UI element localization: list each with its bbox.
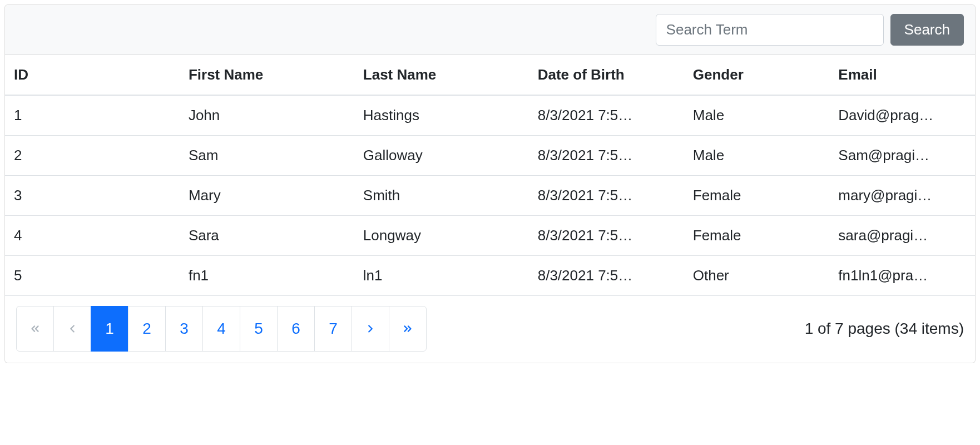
- column-header-last-name[interactable]: Last Name: [354, 55, 529, 95]
- search-button[interactable]: Search: [890, 14, 964, 46]
- cell-dob: 8/3/2021 7:5…: [529, 216, 684, 256]
- cell-last-name: Longway: [354, 216, 529, 256]
- cell-dob: 8/3/2021 7:5…: [529, 136, 684, 176]
- table-row[interactable]: 4 Sara Longway 8/3/2021 7:5… Female sara…: [5, 216, 975, 256]
- cell-email: David@prag…: [829, 95, 975, 136]
- chevron-double-left-icon: [29, 323, 41, 335]
- data-card: Search ID First Name Last Name Date of B…: [4, 4, 976, 363]
- cell-first-name: Sam: [180, 136, 354, 176]
- cell-dob: 8/3/2021 7:5…: [529, 95, 684, 136]
- cell-last-name: Hastings: [354, 95, 529, 136]
- cell-id: 5: [5, 256, 180, 296]
- cell-last-name: Galloway: [354, 136, 529, 176]
- cell-first-name: fn1: [180, 256, 354, 296]
- column-header-id[interactable]: ID: [5, 55, 180, 95]
- page-next-button[interactable]: [352, 306, 389, 352]
- cell-last-name: Smith: [354, 176, 529, 216]
- card-footer: 1 2 3 4 5 6 7 1 of 7: [5, 295, 975, 363]
- column-header-dob[interactable]: Date of Birth: [529, 55, 684, 95]
- page-number-button[interactable]: 6: [277, 306, 315, 352]
- chevron-right-icon: [364, 323, 377, 335]
- table-row[interactable]: 2 Sam Galloway 8/3/2021 7:5… Male Sam@pr…: [5, 136, 975, 176]
- page-number-button[interactable]: 1: [91, 306, 128, 352]
- cell-id: 3: [5, 176, 180, 216]
- cell-first-name: Mary: [180, 176, 354, 216]
- cell-email: mary@pragi…: [829, 176, 975, 216]
- card-header: Search: [5, 5, 975, 55]
- cell-last-name: ln1: [354, 256, 529, 296]
- table-row[interactable]: 3 Mary Smith 8/3/2021 7:5… Female mary@p…: [5, 176, 975, 216]
- page-number-button[interactable]: 2: [128, 306, 166, 352]
- cell-gender: Female: [684, 176, 830, 216]
- page-number-button[interactable]: 5: [240, 306, 278, 352]
- search-input[interactable]: [656, 14, 884, 46]
- cell-first-name: John: [180, 95, 354, 136]
- cell-id: 1: [5, 95, 180, 136]
- page-number-button[interactable]: 4: [202, 306, 240, 352]
- cell-email: Sam@pragi…: [829, 136, 975, 176]
- cell-id: 4: [5, 216, 180, 256]
- cell-email: sara@pragi…: [829, 216, 975, 256]
- column-header-email[interactable]: Email: [829, 55, 975, 95]
- page-number-button[interactable]: 7: [314, 306, 352, 352]
- cell-gender: Male: [684, 136, 830, 176]
- cell-id: 2: [5, 136, 180, 176]
- chevron-left-icon: [66, 323, 78, 335]
- page-first-button[interactable]: [16, 306, 54, 352]
- table-header-row: ID First Name Last Name Date of Birth Ge…: [5, 55, 975, 95]
- cell-first-name: Sara: [180, 216, 354, 256]
- page-prev-button[interactable]: [53, 306, 91, 352]
- cell-dob: 8/3/2021 7:5…: [529, 256, 684, 296]
- cell-gender: Female: [684, 216, 830, 256]
- pagination: 1 2 3 4 5 6 7: [16, 306, 427, 352]
- cell-email: fn1ln1@pra…: [829, 256, 975, 296]
- cell-dob: 8/3/2021 7:5…: [529, 176, 684, 216]
- employee-table: ID First Name Last Name Date of Birth Ge…: [5, 55, 975, 295]
- table-row[interactable]: 5 fn1 ln1 8/3/2021 7:5… Other fn1ln1@pra…: [5, 256, 975, 296]
- pagination-info: 1 of 7 pages (34 items): [805, 320, 964, 338]
- table-row[interactable]: 1 John Hastings 8/3/2021 7:5… Male David…: [5, 95, 975, 136]
- cell-gender: Male: [684, 95, 830, 136]
- chevron-double-right-icon: [402, 323, 414, 335]
- column-header-first-name[interactable]: First Name: [180, 55, 354, 95]
- cell-gender: Other: [684, 256, 830, 296]
- page-number-button[interactable]: 3: [165, 306, 203, 352]
- page-last-button[interactable]: [389, 306, 427, 352]
- column-header-gender[interactable]: Gender: [684, 55, 830, 95]
